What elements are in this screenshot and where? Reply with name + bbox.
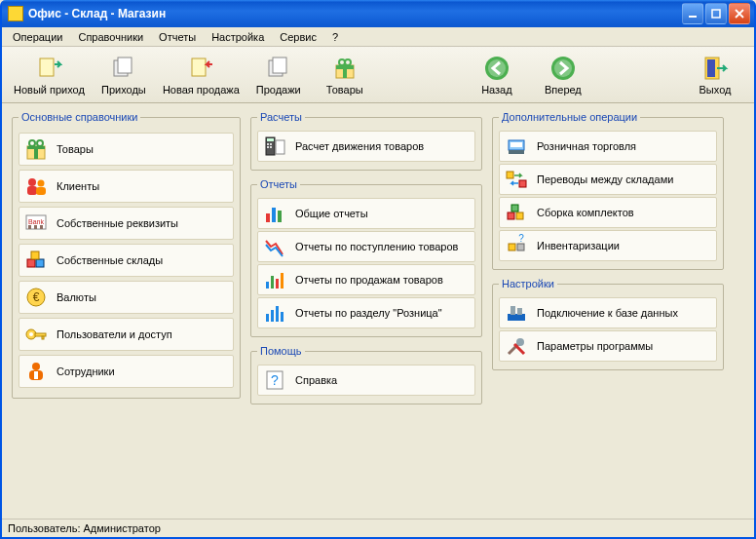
panel_settings-item[interactable]: Параметры программы bbox=[499, 330, 717, 362]
inbound-icon bbox=[110, 55, 137, 82]
svg-rect-51 bbox=[276, 140, 284, 154]
svg-rect-57 bbox=[276, 279, 279, 289]
panel_reports-item-label: Отчеты по поступлению товаров bbox=[295, 241, 458, 252]
forward-icon bbox=[549, 55, 577, 82]
panel_main-item-label: Клиенты bbox=[57, 180, 99, 192]
svg-rect-49 bbox=[267, 146, 269, 148]
svg-rect-25 bbox=[27, 186, 37, 195]
svg-point-24 bbox=[28, 178, 36, 186]
panel_reports-item[interactable]: Отчеты по продажам товаров bbox=[257, 264, 475, 295]
svg-rect-67 bbox=[510, 142, 522, 147]
panel_reports-item-label: Отчеты по продажам товаров bbox=[295, 274, 443, 286]
panel_main-item[interactable]: €Валюты bbox=[19, 281, 234, 314]
menu-references[interactable]: Справочники bbox=[71, 29, 150, 45]
svg-rect-74 bbox=[517, 244, 524, 250]
svg-point-22 bbox=[29, 140, 35, 146]
inventory-icon: ? bbox=[504, 233, 529, 258]
panel_calc-item[interactable]: Расчет движения товаров bbox=[257, 131, 475, 162]
panel_main-item[interactable]: Товары bbox=[19, 133, 234, 166]
close-button[interactable] bbox=[729, 3, 750, 24]
panel_main-item[interactable]: Клиенты bbox=[19, 170, 234, 203]
svg-rect-2 bbox=[40, 58, 54, 76]
svg-point-23 bbox=[37, 140, 43, 146]
panel_settings-item-label: Параметры программы bbox=[537, 340, 653, 352]
menu-service[interactable]: Сервис bbox=[273, 29, 323, 45]
svg-rect-7 bbox=[273, 58, 286, 73]
key-icon bbox=[23, 322, 49, 347]
svg-rect-46 bbox=[267, 138, 274, 141]
minimize-button[interactable] bbox=[682, 3, 703, 24]
tb-new-sale[interactable]: Новая продажа bbox=[157, 53, 246, 97]
panel_extra-item-label: Инвентаризации bbox=[537, 240, 620, 251]
help-icon: ? bbox=[262, 367, 287, 393]
svg-rect-33 bbox=[27, 259, 35, 267]
panel_main-item[interactable]: Собственные склады bbox=[19, 244, 234, 277]
panel_main-item[interactable]: Пользователи и доступ bbox=[19, 318, 234, 351]
svg-rect-62 bbox=[281, 312, 284, 322]
tb-exit[interactable]: Выход bbox=[682, 53, 748, 97]
svg-rect-54 bbox=[278, 211, 282, 222]
panel_extra-item[interactable]: Переводы между складами bbox=[499, 164, 717, 195]
svg-rect-4 bbox=[118, 58, 132, 73]
svg-rect-27 bbox=[36, 187, 46, 195]
svg-rect-77 bbox=[510, 306, 515, 315]
people-icon bbox=[23, 173, 49, 199]
panel_reports-item[interactable]: Общие отчеты bbox=[257, 198, 475, 229]
svg-rect-44 bbox=[34, 371, 38, 379]
panel_help-item[interactable]: ?Справка bbox=[257, 365, 475, 396]
panel_main-item[interactable]: BankСобственные реквизиты bbox=[19, 207, 234, 240]
bar-chart-icon bbox=[262, 201, 287, 226]
tb-forward[interactable]: Вперед bbox=[530, 53, 596, 97]
app-window: Офис - Склад - Магазин Операции Справочн… bbox=[0, 0, 756, 539]
panel_main-item-label: Товары bbox=[57, 143, 94, 155]
panel-reports-title: Отчеты bbox=[257, 178, 300, 190]
panel_main-item-label: Валюты bbox=[57, 291, 96, 303]
gift-icon bbox=[331, 55, 359, 82]
panel_extra-item[interactable]: Розничная торговля bbox=[499, 131, 717, 162]
panel_settings-item[interactable]: Подключение к базе данных bbox=[499, 297, 717, 328]
menu-settings[interactable]: Настройка bbox=[205, 29, 271, 45]
panel_reports-item[interactable]: Отчеты по разделу "Розница" bbox=[257, 297, 475, 328]
svg-rect-58 bbox=[281, 273, 284, 289]
panel_extra-item[interactable]: Сборка комплектов bbox=[499, 197, 717, 228]
panel_reports-item[interactable]: Отчеты по поступлению товаров bbox=[257, 231, 475, 262]
menu-operations[interactable]: Операции bbox=[6, 29, 69, 45]
svg-text:?: ? bbox=[518, 234, 524, 244]
transfer-icon bbox=[504, 167, 529, 192]
panel_main-item[interactable]: Сотрудники bbox=[19, 355, 234, 388]
toolbar: Новый приход Приходы Новая продажа Прода… bbox=[2, 47, 754, 103]
tb-goods[interactable]: Товары bbox=[312, 53, 378, 97]
svg-rect-61 bbox=[276, 306, 279, 322]
back-icon bbox=[483, 55, 510, 82]
panel-main: Основные справочники ТоварыКлиентыBankСо… bbox=[12, 111, 241, 399]
app-icon bbox=[8, 6, 23, 21]
panel_reports-item-label: Общие отчеты bbox=[295, 208, 368, 219]
maximize-button[interactable] bbox=[705, 3, 727, 24]
svg-rect-5 bbox=[192, 58, 206, 76]
new-in-icon bbox=[35, 55, 62, 82]
sales-icon bbox=[265, 55, 292, 82]
svg-rect-18 bbox=[707, 59, 715, 77]
tb-new-in[interactable]: Новый приход bbox=[8, 53, 91, 97]
currency-icon: € bbox=[23, 285, 49, 310]
tb-forward-label: Вперед bbox=[545, 84, 582, 96]
tb-inbound[interactable]: Приходы bbox=[91, 53, 157, 97]
svg-rect-66 bbox=[509, 150, 524, 154]
tb-sales-label: Продажи bbox=[256, 84, 301, 96]
svg-rect-34 bbox=[36, 259, 44, 267]
menu-reports[interactable]: Отчеты bbox=[152, 29, 203, 45]
svg-rect-31 bbox=[34, 225, 37, 229]
svg-rect-68 bbox=[507, 172, 513, 178]
svg-rect-59 bbox=[266, 314, 269, 322]
svg-point-12 bbox=[345, 59, 351, 65]
svg-rect-35 bbox=[31, 251, 39, 259]
svg-rect-52 bbox=[266, 213, 270, 222]
tb-sales[interactable]: Продажи bbox=[246, 53, 312, 97]
tb-back[interactable]: Назад bbox=[464, 53, 530, 97]
statusbar: Пользователь: Администратор bbox=[2, 519, 754, 537]
panel_extra-item[interactable]: ?Инвентаризации bbox=[499, 230, 717, 261]
svg-rect-30 bbox=[28, 225, 31, 229]
svg-rect-48 bbox=[270, 143, 272, 145]
tb-back-label: Назад bbox=[481, 84, 512, 96]
menu-help[interactable]: ? bbox=[325, 29, 345, 45]
